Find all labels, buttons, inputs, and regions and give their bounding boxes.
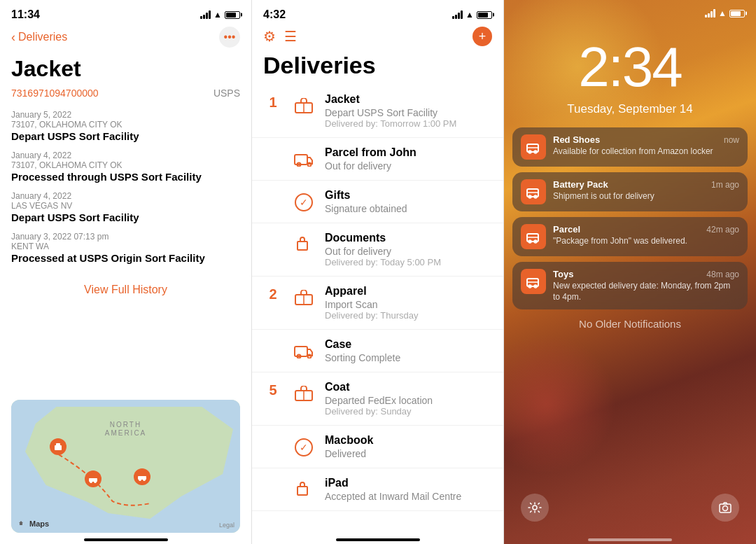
home-indicator-detail (0, 533, 251, 544)
notif-header-battery-pack: Battery Pack 1m ago (553, 179, 739, 190)
package-icon-jacket (291, 93, 316, 118)
home-bar-list (336, 538, 420, 541)
camera-icon[interactable] (711, 494, 739, 522)
item-badge-gifts (263, 189, 283, 190)
item-status-coat: Departed FedEx location (325, 395, 492, 406)
package-icon-coat (291, 381, 316, 406)
list-item[interactable]: ✓ Macbook Delivered (252, 426, 503, 468)
notif-card-red-shoes[interactable]: Red Shoes now Available for collection f… (512, 127, 748, 167)
tracking-row: 7316971094700000 USPS (11, 88, 240, 99)
status-time-list: 4:32 (263, 8, 286, 21)
item-sub-jacket: Delivered by: Tomorrow 1:00 PM (325, 118, 492, 129)
map-brand-label: Maps (17, 519, 49, 529)
back-label: Deliveries (18, 31, 67, 43)
notif-text-red-shoes: Available for collection from Amazon loc… (553, 146, 739, 158)
history-item: January 4, 2022 LAS VEGAS NV Depart USPS… (11, 191, 240, 223)
list-item[interactable]: Case Sorting Complete (252, 330, 503, 372)
battery-icon (225, 11, 240, 19)
map-container: NORTH AMERICA Maps Legal (11, 400, 240, 533)
notif-card-toys[interactable]: Toys 48m ago New expected delivery date:… (512, 262, 748, 309)
item-status-jacket: Depart USPS Sort Facility (325, 107, 492, 118)
item-text-case: Case Sorting Complete (325, 338, 492, 363)
package-title: Jacket (11, 56, 240, 82)
tracking-number[interactable]: 7316971094700000 (11, 88, 99, 99)
check-circle-icon: ✓ (295, 193, 313, 211)
filter-icon[interactable]: ☰ (284, 28, 297, 45)
detail-nav: ‹ Deliveries ••• (0, 24, 251, 53)
notif-icon-toys (521, 269, 546, 294)
list-item[interactable]: Parcel from John Out for delivery (252, 138, 503, 181)
item-status-docs: Out for delivery (325, 246, 492, 257)
more-icon: ••• (224, 31, 236, 43)
map-legal-label: Legal (219, 522, 234, 529)
notif-header-red-shoes: Red Shoes now (553, 134, 739, 145)
list-nav: ⚙ ☰ + (252, 24, 503, 52)
wifi-icon-lock: ▲ (718, 8, 727, 18)
check-icon-macbook: ✓ (291, 434, 316, 459)
list-item[interactable]: ✓ Gifts Signature obtained (252, 181, 503, 223)
view-full-history-button[interactable]: View Full History (11, 272, 240, 307)
battery-icon-lock (729, 10, 745, 18)
notif-time-parcel: 42m ago (706, 225, 739, 235)
item-badge-coat: 5 (263, 381, 283, 398)
map-pin-waypoint (85, 470, 102, 487)
item-badge-ipad (263, 477, 283, 478)
notif-body-red-shoes: Red Shoes now Available for collection f… (553, 134, 739, 158)
notif-card-battery-pack[interactable]: Battery Pack 1m ago Shipment is out for … (512, 172, 748, 211)
notif-text-toys: New expected delivery date: Monday, from… (553, 281, 739, 302)
list-title: Deliveries (252, 52, 503, 85)
history-event-4: Processed at USPS Origin Sort Facility (11, 252, 240, 264)
home-indicator-list (252, 534, 503, 544)
no-older-notifications: No Older Notifications (512, 318, 748, 330)
back-chevron-icon: ‹ (11, 30, 15, 45)
notif-body-battery-pack: Battery Pack 1m ago Shipment is out for … (553, 179, 739, 202)
notif-title-battery-pack: Battery Pack (553, 179, 608, 190)
svg-point-3 (90, 480, 92, 483)
settings-icon[interactable]: ⚙ (263, 28, 276, 45)
item-badge-case (263, 338, 283, 340)
truck-icon-parcel (291, 146, 316, 172)
history-date-3: January 4, 2022 (11, 191, 240, 201)
list-item[interactable]: 5 Coat Departed FedEx location Delivered… (252, 372, 503, 426)
detail-content: Jacket 7316971094700000 USPS January 5, … (0, 53, 251, 400)
history-location-1: 73107, OKLAHOMA CITY OK (11, 120, 240, 130)
list-item[interactable]: iPad Accepted at Inward Mail Centre (252, 468, 503, 511)
svg-rect-21 (298, 487, 307, 495)
signal-icon-list (452, 11, 463, 19)
svg-point-36 (723, 506, 728, 511)
history-location-4: KENT WA (11, 242, 240, 251)
package-icon-apparel (291, 285, 316, 310)
list-item[interactable]: 1 Jacket Depart USPS Sort Facility Deliv… (252, 85, 503, 138)
item-status-case: Sorting Complete (325, 352, 492, 363)
home-indicator-lock (504, 536, 756, 544)
map-pin-current (134, 468, 150, 485)
item-name-docs: Documents (325, 232, 492, 244)
list-item[interactable]: 2 Apparel Import Scan Delivered by: Thur… (252, 277, 503, 330)
item-text-macbook: Macbook Delivered (325, 434, 492, 459)
add-delivery-button[interactable]: + (472, 27, 492, 46)
item-name-macbook: Macbook (325, 434, 492, 447)
notif-icon-red-shoes (521, 134, 546, 160)
flashlight-icon[interactable] (521, 494, 549, 522)
history-item: January 4, 2022 73107, OKLAHOMA CITY OK … (11, 151, 240, 183)
item-name-jacket: Jacket (325, 93, 492, 106)
notif-time-battery-pack: 1m ago (711, 180, 739, 190)
lock-bottom (504, 488, 756, 536)
lock-status-icons: ▲ (705, 8, 745, 18)
svg-rect-10 (295, 155, 307, 165)
cart-icon-ipad (291, 477, 316, 502)
list-item[interactable]: Documents Out for delivery Delivered by:… (252, 223, 503, 277)
back-button[interactable]: ‹ Deliveries (11, 30, 67, 45)
history-date-2: January 4, 2022 (11, 151, 240, 160)
history-item: January 5, 2022 73107, OKLAHOMA CITY OK … (11, 110, 240, 142)
notif-title-parcel: Parcel (553, 224, 580, 235)
more-button[interactable]: ••• (219, 27, 240, 48)
item-text-apparel: Apparel Import Scan Delivered by: Thursd… (325, 285, 492, 321)
item-name-gifts: Gifts (325, 189, 492, 202)
cart-icon-docs (291, 232, 316, 257)
history-event-2: Processed through USPS Sort Facility (11, 171, 240, 183)
item-text-jacket: Jacket Depart USPS Sort Facility Deliver… (325, 93, 492, 129)
notif-text-battery-pack: Shipment is out for delivery (553, 191, 739, 202)
notif-card-parcel[interactable]: Parcel 42m ago "Package from John" was d… (512, 217, 748, 256)
lock-status-bar: ▲ (504, 0, 756, 21)
